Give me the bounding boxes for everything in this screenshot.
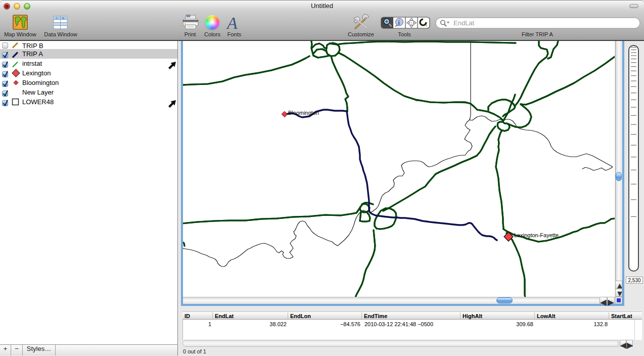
svg-text:Bloomington: Bloomington — [288, 110, 319, 116]
svg-text:EndLat: EndLat — [453, 19, 475, 27]
svg-text:Lexington-Fayette: Lexington-Fayette — [514, 232, 559, 238]
svg-text:A: A — [56, 17, 58, 20]
svg-text:A: A — [226, 14, 238, 32]
svg-text:B: B — [62, 17, 64, 20]
